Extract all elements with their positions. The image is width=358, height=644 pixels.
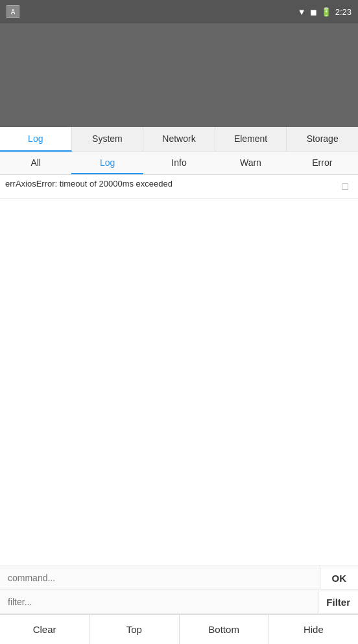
log-entry: errAxiosError: timeout of 20000ms exceed… bbox=[0, 175, 358, 199]
subtab-all[interactable]: All bbox=[0, 152, 71, 174]
input-area: OK Filter bbox=[0, 566, 358, 614]
battery-icon: 🔋 bbox=[321, 7, 331, 17]
app-icon: A bbox=[6, 5, 19, 18]
time-display: 2:23 bbox=[335, 7, 352, 17]
filter-button[interactable]: Filter bbox=[318, 592, 358, 613]
status-bar-left: A bbox=[6, 5, 19, 18]
subtab-log[interactable]: Log bbox=[71, 152, 143, 174]
top-tab-bar: Log System Network Element Storage bbox=[0, 127, 358, 152]
copy-icon[interactable]: □ bbox=[337, 179, 353, 194]
tab-element[interactable]: Element bbox=[215, 127, 287, 152]
sub-tab-bar: All Log Info Warn Error bbox=[0, 152, 358, 175]
status-bar: A ▼ ◼ 🔋 2:23 bbox=[0, 0, 358, 23]
tab-system[interactable]: System bbox=[72, 127, 144, 152]
wifi-icon: ▼ bbox=[298, 7, 306, 17]
subtab-warn[interactable]: Warn bbox=[215, 152, 286, 174]
tab-storage[interactable]: Storage bbox=[287, 127, 358, 152]
subtab-info[interactable]: Info bbox=[143, 152, 215, 174]
subtab-error[interactable]: Error bbox=[287, 152, 358, 174]
bottom-button[interactable]: Bottom bbox=[180, 615, 269, 644]
status-bar-right: ▼ ◼ 🔋 2:23 bbox=[298, 7, 352, 17]
tab-log[interactable]: Log bbox=[0, 127, 72, 152]
command-row: OK bbox=[0, 566, 358, 590]
bottom-action-bar: Clear Top Bottom Hide bbox=[0, 614, 358, 644]
tab-network[interactable]: Network bbox=[143, 127, 215, 152]
command-input[interactable] bbox=[0, 566, 320, 590]
log-content-area: errAxiosError: timeout of 20000ms exceed… bbox=[0, 175, 358, 566]
filter-row: Filter bbox=[0, 590, 358, 614]
hide-button[interactable]: Hide bbox=[269, 615, 358, 644]
signal-icon: ◼ bbox=[310, 7, 317, 17]
filter-input[interactable] bbox=[0, 590, 318, 614]
log-entry-text: errAxiosError: timeout of 20000ms exceed… bbox=[5, 179, 337, 189]
gray-content-area bbox=[0, 23, 358, 127]
top-button[interactable]: Top bbox=[90, 615, 179, 644]
clear-button[interactable]: Clear bbox=[0, 615, 90, 644]
ok-button[interactable]: OK bbox=[320, 568, 359, 589]
